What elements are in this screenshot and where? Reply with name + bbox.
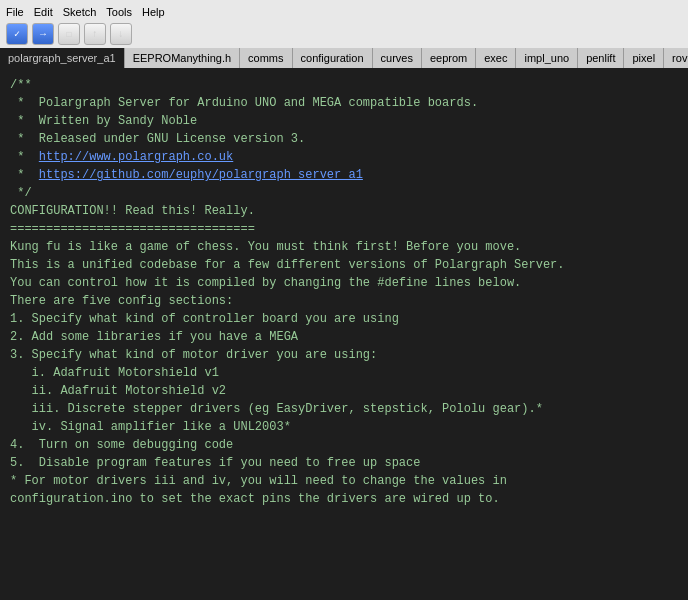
editor-line: This is a unified codebase for a few dif… (10, 256, 678, 274)
editor-line: i. Adafruit Motorshield v1 (10, 364, 678, 382)
menu-item-file[interactable]: File (6, 6, 24, 18)
editor-line: * https://github.com/euphy/polargraph_se… (10, 166, 678, 184)
menu-item-sketch[interactable]: Sketch (63, 6, 97, 18)
tab-eepromanything-h[interactable]: EEPROManything.h (125, 48, 240, 68)
tab-polargraph-server-a1[interactable]: polargraph_server_a1 (0, 48, 125, 68)
editor-line: Kung fu is like a game of chess. You mus… (10, 238, 678, 256)
tab-rove[interactable]: rove (664, 48, 688, 68)
menu-item-edit[interactable]: Edit (34, 6, 53, 18)
editor-line: iii. Discrete stepper drivers (eg EasyDr… (10, 400, 678, 418)
menu-item-tools[interactable]: Tools (106, 6, 132, 18)
editor-line: * Written by Sandy Noble (10, 112, 678, 130)
tab-pixel[interactable]: pixel (624, 48, 664, 68)
upload-button[interactable]: → (32, 23, 54, 45)
open-button[interactable]: ↑ (84, 23, 106, 45)
menu-item-help[interactable]: Help (142, 6, 165, 18)
editor-line: There are five config sections: (10, 292, 678, 310)
save-button[interactable]: ↓ (110, 23, 132, 45)
editor-line: */ (10, 184, 678, 202)
editor-line: /** (10, 76, 678, 94)
tab-eeprom[interactable]: eeprom (422, 48, 476, 68)
editor-line: CONFIGURATION!! Read this! Really. (10, 202, 678, 220)
editor-line: 5. Disable program features if you need … (10, 454, 678, 472)
tab-impl-uno[interactable]: impl_uno (516, 48, 578, 68)
editor-line: 4. Turn on some debugging code (10, 436, 678, 454)
new-button[interactable]: ☐ (58, 23, 80, 45)
editor-line: 3. Specify what kind of motor driver you… (10, 346, 678, 364)
tabs-bar: polargraph_server_a1EEPROManything.hcomm… (0, 48, 688, 68)
tab-exec[interactable]: exec (476, 48, 516, 68)
editor-line: iv. Signal amplifier like a UNL2003* (10, 418, 678, 436)
menu-bar: FileEditSketchToolsHelp (0, 4, 688, 20)
editor-line: * Polargraph Server for Arduino UNO and … (10, 94, 678, 112)
tab-curves[interactable]: curves (373, 48, 422, 68)
editor-line: ii. Adafruit Motorshield v2 (10, 382, 678, 400)
tab-comms[interactable]: comms (240, 48, 292, 68)
verify-button[interactable]: ✓ (6, 23, 28, 45)
editor-link[interactable]: http://www.polargraph.co.uk (39, 150, 233, 164)
editor-line: 1. Specify what kind of controller board… (10, 310, 678, 328)
editor-line: * For motor drivers iii and iv, you will… (10, 472, 678, 490)
editor-line: 2. Add some libraries if you have a MEGA (10, 328, 678, 346)
editor-line: * http://www.polargraph.co.uk (10, 148, 678, 166)
editor-line: You can control how it is compiled by ch… (10, 274, 678, 292)
toolbar: ✓→☐↑↓ (0, 20, 688, 48)
editor-line: configuration.ino to set the exact pins … (10, 490, 678, 508)
editor-link[interactable]: https://github.com/euphy/polargraph_serv… (39, 168, 363, 182)
tab-penlift[interactable]: penlift (578, 48, 624, 68)
editor-line: * Released under GNU License version 3. (10, 130, 678, 148)
editor-line: ================================== (10, 220, 678, 238)
tab-configuration[interactable]: configuration (293, 48, 373, 68)
editor[interactable]: /** * Polargraph Server for Arduino UNO … (0, 68, 688, 576)
